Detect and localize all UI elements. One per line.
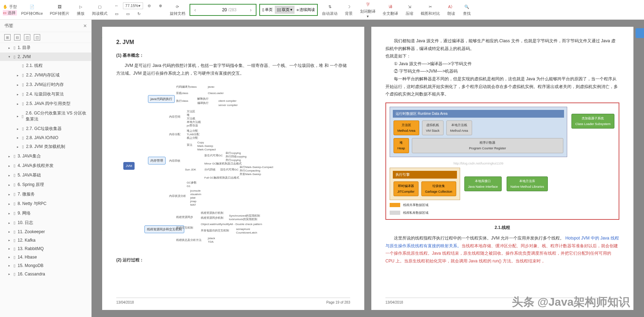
zoom-value[interactable]: 77.15% ▾ xyxy=(123,2,143,9)
bookmark-expand-icon[interactable]: ⊞ xyxy=(4,34,11,41)
bookmark-item[interactable]: ▸▯2.4. 垃圾回收与算法 xyxy=(0,89,91,99)
bookmark-item[interactable]: ▸▯11. Zookeeper xyxy=(0,228,91,236)
page-total: /283 xyxy=(228,7,246,12)
single-page-button[interactable]: ▯ 单页 xyxy=(260,6,275,14)
speaker-icon: A》 xyxy=(448,3,455,10)
bookmark-item[interactable]: ▸▯4. JAVA多线程并发 xyxy=(0,161,91,170)
bookmark-item[interactable]: ▸▯3. JAVA集合 xyxy=(0,151,91,161)
book-icon: ▢ xyxy=(96,3,103,10)
bookmark-item[interactable]: ▸▯12. Kafka xyxy=(0,236,91,244)
tool-1[interactable]: ▭ xyxy=(112,10,122,18)
bookmarks-tree: ▸▯1. 目录▾▯2. JVM▯2.1. 线程▸▯2.2. JVM内存区域▸▯2… xyxy=(0,43,91,317)
bookmark-item[interactable]: ▸▯1. 目录 xyxy=(0,43,91,52)
main-toolbar: ✋手型 ▭选择 📄PDF转Office 🖼PDF转图片 ▷播放 ▢阅读模式 ↔7… xyxy=(0,0,644,20)
full-translate-icon: 译 xyxy=(387,3,394,10)
bookmark-item[interactable]: ▸▯2.6. GC分代收集算法 VS 分区收集算法 xyxy=(0,108,91,124)
right-panel-tab[interactable] xyxy=(636,28,644,38)
page-input[interactable]: 20 xyxy=(200,7,228,12)
find-button[interactable]: 🔍查找 xyxy=(460,2,474,18)
read-mode-button[interactable]: ▢阅读模式 xyxy=(89,2,110,18)
translate-icon: 字 xyxy=(364,1,371,8)
tool-3[interactable]: ↻ xyxy=(134,10,144,18)
double-page-button[interactable]: ▯▯ 双页 ▾ xyxy=(275,6,295,14)
compress-button[interactable]: ⇲压缩 xyxy=(402,2,416,18)
bookmark-item[interactable]: ▸▯15. MongoDB xyxy=(0,261,91,270)
page-title: 2. JVM xyxy=(116,37,350,48)
pdf-page-left: 2. JVM (1) 基本概念： JVM 是可运行 Java 代码的假想计算机，… xyxy=(102,27,364,310)
word-translate-button[interactable]: 字划词翻译 ▾ xyxy=(357,0,378,20)
sidebar-iconbar: ⊞ ⊟ ◫ ◫ xyxy=(0,32,91,43)
pdf-office-icon: 📄 xyxy=(29,3,36,10)
scroll-icon: ⇅ xyxy=(326,3,333,10)
rotate-button[interactable]: ⟳旋转文档 xyxy=(167,2,188,18)
bookmark-item[interactable]: ▸▯2.5. JAVA 四中引用类型 xyxy=(0,99,91,108)
bookmark-item[interactable]: ▸▯2.8. JAVA IO/NIO xyxy=(0,133,91,142)
hand-tool[interactable]: ✋手型 xyxy=(3,4,17,10)
zoom-in-icon[interactable]: ⊕ xyxy=(156,2,166,10)
bookmark-icon-1[interactable]: ◫ xyxy=(24,34,30,41)
play-button[interactable]: ▷播放 xyxy=(74,2,88,18)
jvm-architecture-diagram: 运行时数据区 Runtime Data Area 方法区 Method Area… xyxy=(385,102,619,220)
tool-2[interactable]: ▭ xyxy=(123,10,133,18)
prev-page-button[interactable]: ‹ xyxy=(190,7,200,13)
next-page-button[interactable]: › xyxy=(246,7,256,13)
pdf-to-office-button[interactable]: 📄PDF转Office xyxy=(18,2,46,18)
play-icon: ▷ xyxy=(77,3,84,10)
view-mode-group: ▯ 单页 ▯▯ 双页 ▾ ≡ 连续阅读 xyxy=(259,4,318,16)
bookmark-item[interactable]: ▾▯2. JVM xyxy=(0,52,91,61)
pdf-to-image-button[interactable]: 🖼PDF转图片 xyxy=(47,2,72,18)
bookmark-item[interactable]: ▯2.1. 线程 xyxy=(0,61,91,70)
full-translate-button[interactable]: 译全文翻译 xyxy=(380,2,401,18)
select-tool[interactable]: ▭选择 xyxy=(3,10,17,15)
document-viewport[interactable]: 2. JVM (1) 基本概念： JVM 是可运行 Java 代码的假想计算机，… xyxy=(92,20,644,317)
bookmark-item[interactable]: ▸▯6. Spring 原理 xyxy=(0,180,91,189)
bookmark-item[interactable]: ▸▯10. 日志 xyxy=(0,218,91,228)
background-button[interactable]: ☽背景 xyxy=(342,2,356,18)
search-icon: 🔍 xyxy=(463,3,470,10)
bookmark-item[interactable]: ▸▯9. 网络 xyxy=(0,209,91,218)
auto-scroll-button[interactable]: ⇅自动滚动 xyxy=(319,2,340,18)
zoom-out-icon[interactable]: ⊖ xyxy=(144,2,154,10)
rotate-icon: ⟳ xyxy=(174,3,181,10)
crop-compare-button[interactable]: ✂截图和对比 xyxy=(418,2,443,18)
pdf-image-icon: 🖼 xyxy=(56,3,63,10)
bookmark-item[interactable]: ▸▯16. Cassandra xyxy=(0,270,91,278)
continuous-button[interactable]: ≡ 连续阅读 xyxy=(295,6,317,14)
moon-icon: ☽ xyxy=(345,3,352,10)
close-sidebar-button[interactable]: ✕ xyxy=(83,23,87,29)
bookmark-item[interactable]: ▸▯2.9. JVM 类加载机制 xyxy=(0,142,91,151)
compress-icon: ⇲ xyxy=(406,3,413,10)
bookmark-item[interactable]: ▸▯2.3. JVM运行时内存 xyxy=(0,80,91,89)
fit-width-icon[interactable]: ↔ xyxy=(112,2,122,9)
bookmark-item[interactable]: ▸▯13. RabbitMQ xyxy=(0,244,91,253)
crop-icon: ✂ xyxy=(427,3,434,10)
bookmark-item[interactable]: ▸▯7. 微服务 xyxy=(0,189,91,199)
bookmark-collapse-icon[interactable]: ⊟ xyxy=(14,34,20,41)
bookmark-icon-2[interactable]: ◫ xyxy=(34,34,40,41)
pdf-page-right: 我们都知道 Java 源文件，通过编译器，能够生产相应的.Class 文件，也就… xyxy=(371,27,633,310)
bookmark-item[interactable]: ▸▯2.2. JVM内存区域 xyxy=(0,70,91,80)
bookmarks-sidebar: 书签 ✕ ⊞ ⊟ ◫ ◫ ▸▯1. 目录▾▯2. JVM▯2.1. 线程▸▯2.… xyxy=(0,20,92,317)
bookmark-item[interactable]: ▸▯5. JAVA基础 xyxy=(0,170,91,180)
bookmark-item[interactable]: ▸▯8. Netty 与RPC xyxy=(0,199,91,209)
read-aloud-button[interactable]: A》朗读 xyxy=(444,2,458,18)
sidebar-header: 书签 ✕ xyxy=(0,20,91,32)
jvm-mindmap: JVM java代码的执行 代码编译为classjavac 装载classCla… xyxy=(116,77,350,254)
bookmark-item[interactable]: ▸▯2.7. GC垃圾收集器 xyxy=(0,124,91,133)
bookmark-item[interactable]: ▸▯14. Hbase xyxy=(0,253,91,261)
page-navigation: ‹ 20 /283 › xyxy=(190,4,256,16)
